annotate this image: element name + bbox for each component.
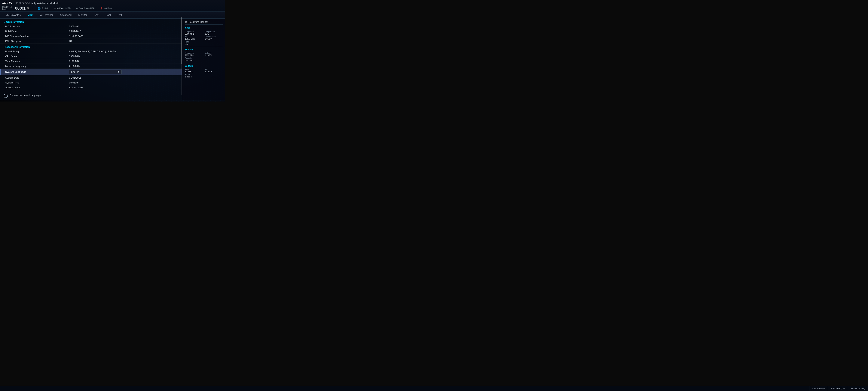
- nav-ai-tweaker[interactable]: Ai Tweaker: [37, 12, 57, 19]
- hotkeys-button[interactable]: ❓ Hot Keys: [99, 7, 113, 10]
- system-date-value: 01/01/2016: [69, 76, 178, 79]
- system-language-label: System Language: [5, 71, 69, 73]
- info-note: i Choose the default language: [0, 91, 182, 100]
- myfavorite-label: MyFavorite(F3): [57, 7, 70, 9]
- bios-version-value: 3805 x64: [69, 25, 178, 28]
- cpu-frequency-value: 3300 MHz: [185, 33, 203, 35]
- pch-stepping-row: PCH Stepping D1: [0, 39, 182, 44]
- globe-icon: 🌐: [37, 7, 40, 10]
- brand-string-value: Intel(R) Pentium(R) CPU G4400 @ 3.30GHz: [69, 50, 178, 53]
- info-circle-icon: i: [4, 94, 8, 98]
- cpu-section-title: CPU: [185, 27, 223, 29]
- system-date-row: System Date 01/01/2016: [0, 75, 182, 80]
- bios-version-row: BIOS Version 3805 x64: [0, 24, 182, 29]
- info-note-text: Choose the default language: [10, 94, 41, 96]
- memory-frequency-label: Memory Frequency: [5, 65, 69, 67]
- ratio-label: Ratio: [185, 41, 203, 43]
- memory-section-title: Memory: [185, 48, 223, 51]
- access-level-label: Access Level: [5, 86, 69, 89]
- total-memory-row: Total Memory 8192 MB: [0, 59, 182, 64]
- scroll-thumb[interactable]: [181, 17, 182, 64]
- cpu-temperature-value: 28°C: [205, 33, 223, 35]
- v5-label: +5V: [205, 68, 223, 71]
- date: 01/01/2016: [2, 6, 12, 8]
- bios-title: UEFI BIOS Utility – Advanced Mode: [14, 1, 60, 5]
- me-firmware-row: ME Firmware Version 11.8.50.3470: [0, 34, 182, 39]
- hotkeys-label: Hot Keys: [104, 7, 112, 9]
- v33-label: +3.3V: [185, 74, 203, 76]
- nav-monitor[interactable]: Monitor: [75, 12, 91, 19]
- myfavorite-button[interactable]: ⊞ MyFavorite(F3): [53, 7, 72, 10]
- dropdown-arrow-icon: ▼: [117, 71, 120, 73]
- fan-icon: ⚙: [76, 7, 78, 9]
- logo-text: /ASUS: [2, 1, 12, 5]
- v12-value: 12.288 V: [185, 71, 203, 73]
- brand-string-row: Brand String Intel(R) Pentium(R) CPU G44…: [0, 49, 182, 54]
- build-date-row: Build Date 05/07/2018: [0, 29, 182, 34]
- scrollbar[interactable]: [181, 17, 182, 95]
- ratio-value: 33x: [185, 43, 203, 45]
- asus-logo: /ASUS: [2, 1, 12, 5]
- memory-capacity-label: Capacity: [185, 57, 203, 59]
- build-date-label: Build Date: [5, 30, 69, 33]
- memory-grid: Frequency 2133 MHz Voltage 1.200 V Capac…: [185, 52, 223, 61]
- bclk-value: 100.0 MHz: [185, 38, 203, 40]
- cpu-speed-row: CPU Speed 3300 MHz: [0, 54, 182, 59]
- main-nav: My Favorites Main Ai Tweaker Advanced Mo…: [0, 12, 225, 19]
- question-icon: ❓: [100, 7, 103, 9]
- total-memory-label: Total Memory: [5, 60, 69, 63]
- header: /ASUS UEFI BIOS Utility – Advanced Mode …: [0, 0, 225, 12]
- access-level-value: Administrator: [69, 86, 178, 89]
- settings-icon[interactable]: ⚙: [27, 7, 29, 10]
- cpu-speed-value: 3300 MHz: [69, 55, 178, 58]
- pch-stepping-value: D1: [69, 40, 178, 43]
- total-memory-value: 8192 MB: [69, 60, 178, 63]
- processor-section-header: Processor Information: [0, 44, 182, 49]
- me-firmware-label: ME Firmware Version: [5, 35, 69, 37]
- memory-frequency-value: 2133 MHz: [185, 54, 203, 56]
- voltage-grid: +12V 12.288 V +5V 5.120 V +3.3V 3.328 V: [185, 68, 223, 78]
- bios-section-header: BIOS Information: [0, 19, 182, 24]
- language-label: English: [41, 7, 48, 9]
- memory-frequency-value: 2133 MHz: [69, 65, 178, 67]
- day: Friday: [2, 8, 12, 10]
- system-date-label: System Date: [5, 76, 69, 79]
- system-language-row[interactable]: System Language English ▼: [0, 68, 182, 75]
- nav-tool[interactable]: Tool: [103, 12, 114, 19]
- nav-exit[interactable]: Exit: [114, 12, 125, 19]
- memory-voltage-value: 1.200 V: [205, 54, 223, 56]
- nav-main[interactable]: Main: [24, 12, 37, 19]
- header-info: 01/01/2016 Friday 00:01 ⚙ | 🌐 English ⊞ …: [2, 6, 223, 11]
- me-firmware-value: 11.8.50.3470: [69, 35, 178, 37]
- system-time-value: 00:01:45: [69, 81, 178, 84]
- main-content: BIOS Information BIOS Version 3805 x64 B…: [0, 19, 225, 100]
- bclk-label: BCLK: [185, 36, 203, 38]
- cpu-divider: [185, 47, 223, 47]
- core-voltage-label: Core Voltage: [205, 36, 223, 38]
- cpu-grid: Frequency 3300 MHz Temperature 28°C BCLK…: [185, 31, 223, 45]
- language-button[interactable]: 🌐 English: [36, 7, 50, 10]
- cpu-temperature-label: Temperature: [205, 31, 223, 33]
- system-language-dropdown[interactable]: English ▼: [69, 69, 122, 74]
- voltage-section-title: Voltage: [185, 65, 223, 67]
- qfan-label: Qfan Control(F6): [79, 7, 95, 9]
- left-panel: BIOS Information BIOS Version 3805 x64 B…: [0, 19, 182, 100]
- nav-boot[interactable]: Boot: [91, 12, 103, 19]
- bios-version-label: BIOS Version: [5, 25, 69, 28]
- clock: 00:01 ⚙: [15, 6, 29, 11]
- system-time-row: System Time 00:01:45: [0, 80, 182, 85]
- hardware-monitor-title: 🖥 Hardware Monitor: [185, 21, 223, 25]
- access-level-row: Access Level Administrator: [0, 85, 182, 90]
- memory-frequency-label: Frequency: [185, 52, 203, 54]
- monitor-icon: 🖥: [185, 21, 187, 23]
- qfan-button[interactable]: ⚙ Qfan Control(F6): [75, 7, 96, 10]
- nav-advanced[interactable]: Advanced: [57, 12, 75, 19]
- build-date-value: 05/07/2018: [69, 30, 178, 33]
- v33-value: 3.328 V: [185, 76, 203, 78]
- cpu-speed-label: CPU Speed: [5, 55, 69, 58]
- nav-my-favorites[interactable]: My Favorites: [2, 12, 24, 19]
- memory-frequency-row: Memory Frequency 2133 MHz: [0, 64, 182, 68]
- memory-voltage-label: Voltage: [205, 52, 223, 54]
- brand-string-label: Brand String: [5, 50, 69, 53]
- star-icon: ⊞: [54, 7, 56, 9]
